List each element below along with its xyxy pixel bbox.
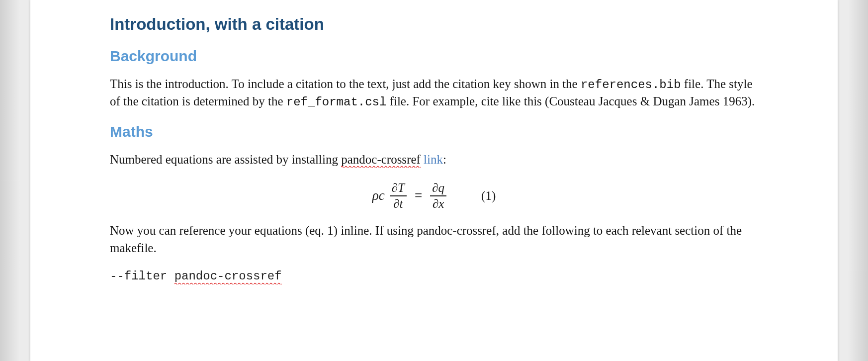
code-filename-references: references.bib	[581, 78, 681, 91]
text-run: This is the introduction. To include a c…	[110, 77, 581, 90]
equation-number: (1)	[481, 189, 496, 203]
eq-fraction-2: ∂q ∂x	[430, 181, 446, 211]
eq-frac1-den: ∂t	[391, 197, 405, 210]
heading-2-background: Background	[110, 48, 758, 65]
text-run: file. For example, cite like this (Coust…	[386, 94, 755, 108]
eq-frac2-den: ∂x	[431, 197, 446, 210]
paragraph-maths-intro: Numbered equations are assisted by insta…	[110, 151, 758, 169]
equation: ρc ∂T ∂t = ∂q ∂x	[372, 181, 446, 211]
text-run: :	[443, 153, 446, 166]
code-prefix: --filter	[110, 270, 174, 283]
text-run: Numbered equations are assisted by insta…	[110, 153, 341, 166]
app-viewport: Introduction, with a citation Background…	[0, 0, 868, 361]
eq-frac1-num: ∂T	[390, 181, 407, 194]
paragraph-maths-followup: Now you can reference your equations (eq…	[110, 222, 758, 257]
eq-frac1-bar	[390, 195, 407, 196]
eq-frac2-num: ∂q	[430, 181, 446, 194]
heading-2-maths: Maths	[110, 123, 758, 140]
spellcheck-underline: pandoc-crossref	[341, 153, 421, 168]
equation-block: ρc ∂T ∂t = ∂q ∂x (1)	[110, 181, 758, 211]
heading-1: Introduction, with a citation	[110, 15, 758, 34]
code-line: --filter pandoc-crossref	[110, 270, 758, 283]
hyperlink[interactable]: link	[424, 153, 443, 166]
eq-equals: =	[412, 188, 425, 203]
eq-fraction-1: ∂T ∂t	[390, 181, 407, 211]
eq-coeff: ρc	[372, 188, 385, 203]
eq-frac2-bar	[430, 195, 446, 196]
spellcheck-underline: pandoc-crossref	[174, 270, 282, 284]
paragraph-background: This is the introduction. To include a c…	[110, 76, 758, 110]
code-filename-refformat: ref_format.csl	[286, 95, 387, 109]
document-page: Introduction, with a citation Background…	[30, 0, 838, 361]
